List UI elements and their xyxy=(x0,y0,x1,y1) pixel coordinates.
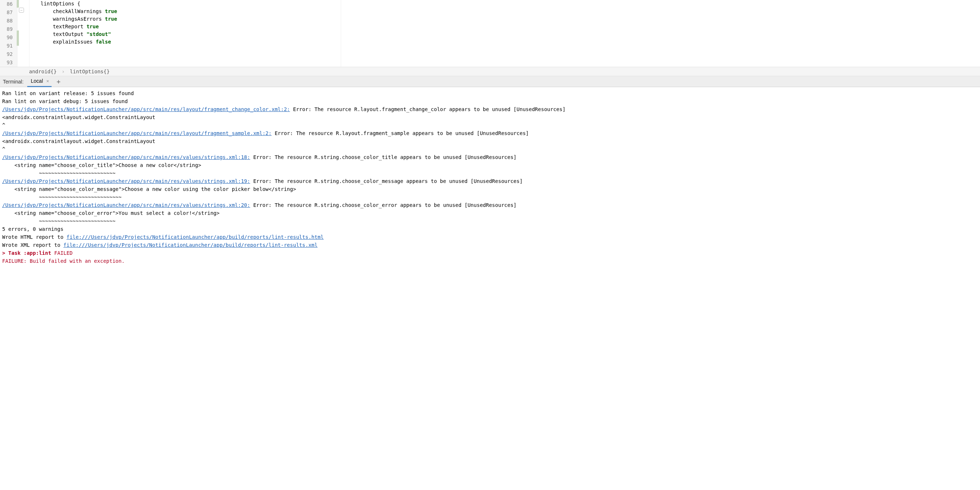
code-line[interactable]: explainIssues false xyxy=(28,38,980,46)
line-number: 86 xyxy=(0,0,17,8)
terminal-output[interactable]: Ran lint on variant release: 5 issues fo… xyxy=(0,87,980,490)
code-keyword: true xyxy=(105,16,117,22)
terminal-text: 5 errors, 0 warnings xyxy=(2,226,64,232)
terminal-text: Error: The resource R.layout.fragment_sa… xyxy=(272,130,529,136)
code-line[interactable]: lintOptions { xyxy=(28,0,980,8)
terminal-text: Error: The resource R.string.choose_colo… xyxy=(250,154,517,160)
terminal-text: Ran lint on variant release: 5 issues fo… xyxy=(2,90,134,96)
code-keyword: true xyxy=(86,24,99,29)
terminal-text: Error: The resource R.string.choose_colo… xyxy=(250,202,517,208)
terminal-text: ^ xyxy=(2,146,5,152)
terminal-link[interactable]: file:///Users/jdvp/Projects/Notification… xyxy=(64,242,318,248)
terminal-line: ~~~~~~~~~~~~~~~~~~~~~~~~~ xyxy=(2,169,978,177)
terminal-text: Wrote XML report to xyxy=(2,242,64,248)
terminal-text: <androidx.constraintlayout.widget.Constr… xyxy=(2,138,155,144)
terminal-line: /Users/jdvp/Projects/NotificationLaunche… xyxy=(2,129,978,137)
terminal-line: Ran lint on variant release: 5 issues fo… xyxy=(2,89,978,97)
terminal-line: <string name="choose_color_error">You mu… xyxy=(2,209,978,217)
code-token: textOutput xyxy=(28,31,86,37)
terminal-line: <string name="choose_color_message">Choo… xyxy=(2,185,978,193)
terminal-text: <string name="choose_color_error">You mu… xyxy=(2,210,220,216)
code-line[interactable]: checkAllWarnings true xyxy=(28,8,980,15)
terminal-line: ~~~~~~~~~~~~~~~~~~~~~~~~~ xyxy=(2,217,978,225)
code-token: warningsAsErrors xyxy=(28,16,105,22)
terminal-text: ^ xyxy=(2,122,5,128)
line-number: 89 xyxy=(0,25,17,33)
code-keyword: "stdout" xyxy=(86,31,111,37)
terminal-link[interactable]: /Users/jdvp/Projects/NotificationLaunche… xyxy=(2,130,272,136)
right-margin xyxy=(341,0,341,67)
editor-body[interactable]: – 8687888990919293 lintOptions { checkAl… xyxy=(0,0,980,67)
line-number: 93 xyxy=(0,59,17,67)
terminal-link[interactable]: /Users/jdvp/Projects/NotificationLaunche… xyxy=(2,106,290,112)
terminal-text: ~~~~~~~~~~~~~~~~~~~~~~~~~ xyxy=(2,170,116,176)
code-keyword: true xyxy=(105,8,117,14)
editor-area: – 8687888990919293 lintOptions { checkAl… xyxy=(0,0,980,76)
line-number: 87 xyxy=(0,8,17,17)
terminal-link[interactable]: /Users/jdvp/Projects/NotificationLaunche… xyxy=(2,178,250,184)
terminal-line: /Users/jdvp/Projects/NotificationLaunche… xyxy=(2,177,978,185)
terminal-text: <string name="choose_color_title">Choose… xyxy=(2,162,201,168)
chevron-right-icon: › xyxy=(62,68,65,75)
terminal-line: <androidx.constraintlayout.widget.Constr… xyxy=(2,113,978,121)
line-number: 91 xyxy=(0,42,17,50)
terminal-line: 5 errors, 0 warnings xyxy=(2,225,978,233)
code-line[interactable]: warningsAsErrors true xyxy=(28,15,980,23)
terminal-line: Ran lint on variant debug: 5 issues foun… xyxy=(2,97,978,105)
code-token: explainIssues xyxy=(28,39,95,44)
terminal-title: Terminal: xyxy=(3,79,24,84)
code-line[interactable]: textOutput "stdout" xyxy=(28,30,980,38)
terminal-tab-local[interactable]: Local × xyxy=(27,76,52,87)
terminal-text: > Task :app:lint xyxy=(2,250,51,256)
add-tab-button[interactable]: + xyxy=(55,78,62,85)
terminal-text: Ran lint on variant debug: 5 issues foun… xyxy=(2,98,128,104)
code-line[interactable]: textReport true xyxy=(28,23,980,30)
terminal-text: ~~~~~~~~~~~~~~~~~~~~~~~~~ xyxy=(2,218,116,224)
editor-gutter: 8687888990919293 xyxy=(0,0,18,67)
terminal-line: ^ xyxy=(2,145,978,153)
terminal-line: <androidx.constraintlayout.widget.Constr… xyxy=(2,137,978,145)
close-icon[interactable]: × xyxy=(45,78,50,84)
breadcrumb: android{} › lintOptions{} xyxy=(0,67,980,76)
terminal-line: > Task :app:lint FAILED xyxy=(2,249,978,257)
terminal-line: ^ xyxy=(2,121,978,129)
code-keyword: false xyxy=(95,39,111,44)
terminal-tab-label: Local xyxy=(31,78,43,84)
line-number: 90 xyxy=(0,33,17,42)
terminal-link[interactable]: /Users/jdvp/Projects/NotificationLaunche… xyxy=(2,154,250,160)
editor-code[interactable]: lintOptions { checkAllWarnings true warn… xyxy=(18,0,980,67)
indent-guide xyxy=(29,0,29,67)
terminal-line: /Users/jdvp/Projects/NotificationLaunche… xyxy=(2,153,978,161)
breadcrumb-item[interactable]: lintOptions{} xyxy=(70,68,110,75)
terminal-line: Wrote XML report to file:///Users/jdvp/P… xyxy=(2,241,978,249)
code-token: textReport xyxy=(28,24,86,29)
terminal-text: Wrote HTML report to xyxy=(2,234,67,240)
terminal-text: Error: The resource R.layout.fragment_ch… xyxy=(290,106,566,112)
terminal-text: Error: The resource R.string.choose_colo… xyxy=(250,178,523,184)
terminal-tab-bar: Terminal: Local × + xyxy=(0,76,980,87)
code-token: checkAllWarnings xyxy=(28,8,105,14)
terminal-line: FAILURE: Build failed with an exception. xyxy=(2,257,978,265)
breadcrumb-item[interactable]: android{} xyxy=(29,68,57,75)
terminal-text: <androidx.constraintlayout.widget.Constr… xyxy=(2,114,155,120)
terminal-text: FAILED xyxy=(51,250,73,256)
terminal-line: ~~~~~~~~~~~~~~~~~~~~~~~~~~~ xyxy=(2,193,978,201)
terminal-text: ~~~~~~~~~~~~~~~~~~~~~~~~~~~ xyxy=(2,194,122,200)
terminal-line: <string name="choose_color_title">Choose… xyxy=(2,161,978,169)
line-number: 92 xyxy=(0,50,17,59)
terminal-text: FAILURE: Build failed with an exception. xyxy=(2,258,124,264)
terminal-line: /Users/jdvp/Projects/NotificationLaunche… xyxy=(2,105,978,113)
terminal-line: /Users/jdvp/Projects/NotificationLaunche… xyxy=(2,201,978,209)
terminal-link[interactable]: /Users/jdvp/Projects/NotificationLaunche… xyxy=(2,202,250,208)
terminal-line: Wrote HTML report to file:///Users/jdvp/… xyxy=(2,233,978,241)
terminal-text: <string name="choose_color_message">Choo… xyxy=(2,186,296,192)
terminal-link[interactable]: file:///Users/jdvp/Projects/Notification… xyxy=(67,234,324,240)
line-number: 88 xyxy=(0,17,17,25)
